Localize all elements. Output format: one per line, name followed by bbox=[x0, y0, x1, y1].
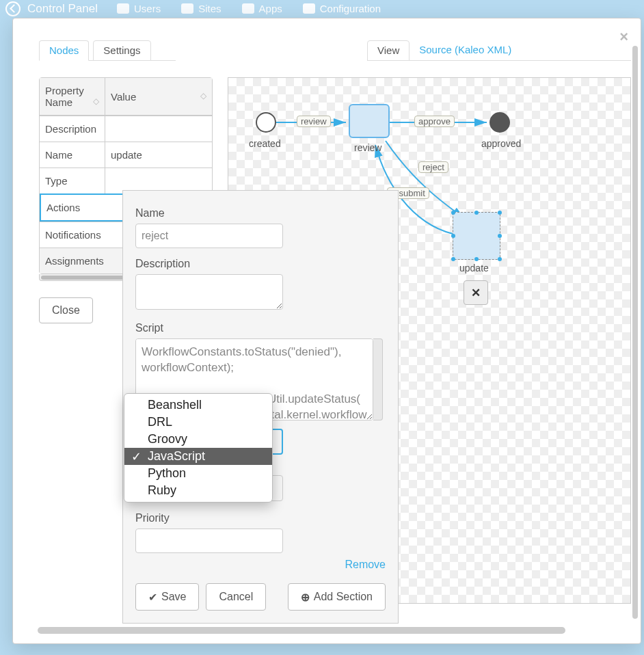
plus-icon: ⊕ bbox=[301, 591, 310, 604]
add-section-button[interactable]: ⊕Add Section bbox=[288, 583, 386, 611]
prop-row-name: Nameupdate bbox=[40, 142, 212, 168]
script-scrollbar[interactable] bbox=[373, 338, 383, 420]
back-icon[interactable] bbox=[5, 1, 21, 16]
tab-source[interactable]: Source (Kaleo XML) bbox=[410, 40, 521, 61]
delete-node-button[interactable]: ✕ bbox=[464, 280, 488, 305]
tab-settings[interactable]: Settings bbox=[93, 40, 150, 61]
label-created: created bbox=[249, 138, 281, 149]
remove-link[interactable]: Remove bbox=[135, 559, 386, 571]
modal: × Nodes Settings View Source (Kaleo XML)… bbox=[12, 18, 641, 644]
label-description: Description bbox=[135, 258, 386, 270]
modal-hscroll[interactable] bbox=[38, 627, 565, 634]
tab-view[interactable]: View bbox=[367, 40, 410, 61]
opt-ruby[interactable]: Ruby bbox=[124, 482, 272, 499]
nav-users[interactable]: Users bbox=[117, 3, 161, 14]
opt-javascript[interactable]: JavaScript bbox=[124, 448, 272, 465]
nav-configuration[interactable]: Configuration bbox=[303, 3, 381, 14]
right-tabs: View Source (Kaleo XML) bbox=[367, 40, 631, 61]
modal-vscroll[interactable] bbox=[632, 46, 638, 619]
label-priority: Priority bbox=[135, 512, 386, 524]
brand: Control Panel bbox=[27, 2, 98, 16]
nav-sites[interactable]: Sites bbox=[181, 3, 221, 14]
save-button[interactable]: ✔Save bbox=[135, 583, 199, 611]
description-input[interactable] bbox=[135, 274, 283, 310]
opt-drl[interactable]: DRL bbox=[124, 414, 272, 431]
col-property-name[interactable]: Property Name◇ bbox=[40, 78, 105, 116]
label-review: review bbox=[354, 142, 381, 153]
sites-icon bbox=[181, 3, 193, 14]
col-value[interactable]: Value◇ bbox=[105, 78, 212, 116]
tab-nodes[interactable]: Nodes bbox=[39, 40, 89, 61]
sort-icon: ◇ bbox=[200, 91, 206, 101]
name-input[interactable] bbox=[135, 224, 283, 248]
edge-reject[interactable]: reject bbox=[418, 161, 448, 173]
nav-apps[interactable]: Apps bbox=[242, 3, 282, 14]
sort-icon: ◇ bbox=[93, 96, 99, 106]
opt-beanshell[interactable]: Beanshell bbox=[124, 397, 272, 414]
label-approved: approved bbox=[481, 138, 521, 149]
label-name: Name bbox=[135, 207, 386, 219]
users-icon bbox=[117, 3, 129, 14]
opt-python[interactable]: Python bbox=[124, 465, 272, 482]
node-approved[interactable] bbox=[489, 112, 510, 133]
prop-row-description: Description bbox=[40, 116, 212, 142]
left-tabs: Nodes Settings bbox=[39, 40, 176, 61]
gear-icon bbox=[303, 3, 315, 14]
check-icon: ✔ bbox=[148, 591, 157, 604]
apps-icon bbox=[242, 3, 254, 14]
opt-groovy[interactable]: Groovy bbox=[124, 431, 272, 448]
script-language-dropdown: Beanshell DRL Groovy JavaScript Python R… bbox=[124, 393, 273, 503]
priority-input[interactable] bbox=[135, 529, 283, 553]
edge-review[interactable]: review bbox=[297, 116, 331, 127]
edge-approve[interactable]: approve bbox=[414, 116, 455, 127]
node-update[interactable] bbox=[453, 212, 500, 260]
label-script: Script bbox=[135, 322, 386, 334]
cancel-button[interactable]: Cancel bbox=[206, 583, 266, 611]
close-button[interactable]: Close bbox=[39, 297, 93, 323]
node-review[interactable] bbox=[349, 104, 390, 138]
node-created[interactable] bbox=[256, 112, 276, 133]
label-update: update bbox=[459, 263, 489, 273]
topbar: Control Panel Users Sites Apps Configura… bbox=[0, 0, 644, 17]
